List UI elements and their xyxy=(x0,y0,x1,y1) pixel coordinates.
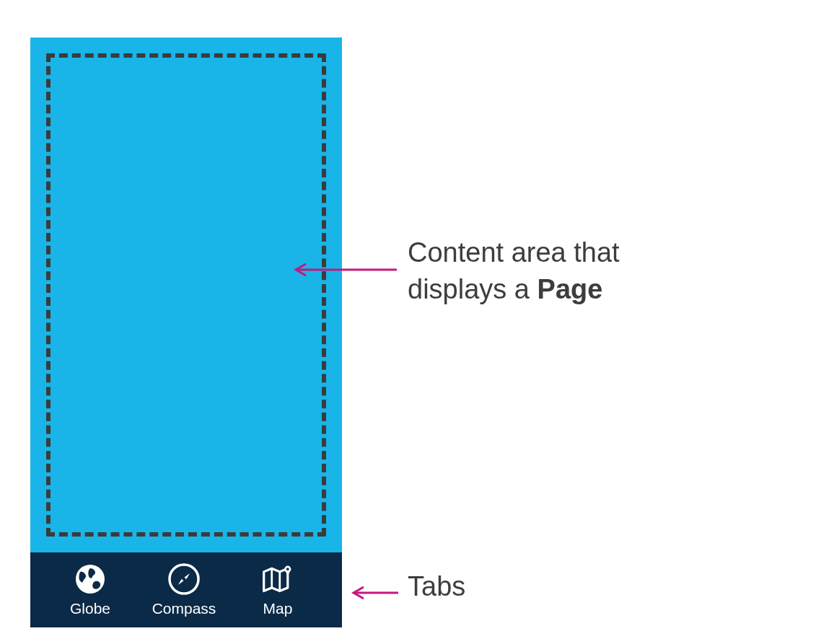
svg-point-6 xyxy=(286,568,289,570)
tab-label-map: Map xyxy=(263,600,293,617)
svg-point-2 xyxy=(183,578,186,581)
map-icon xyxy=(261,563,294,596)
annotation-content-line2a: displays a xyxy=(408,274,537,304)
page-placeholder xyxy=(46,53,326,537)
annotation-content-line2b: Page xyxy=(537,274,603,304)
tab-compass[interactable]: Compass xyxy=(137,563,231,617)
tab-bar: Globe Compass xyxy=(30,552,342,627)
tab-label-compass: Compass xyxy=(152,600,216,617)
annotation-content-area: Content area that displays a Page xyxy=(408,234,754,309)
tab-globe[interactable]: Globe xyxy=(43,563,137,617)
annotation-tabs-text: Tabs xyxy=(408,571,465,601)
annotation-tabs: Tabs xyxy=(408,568,465,605)
arrow-content xyxy=(289,263,397,277)
phone-frame: Globe Compass xyxy=(30,38,342,627)
tab-label-globe: Globe xyxy=(70,600,110,617)
content-area xyxy=(30,38,342,552)
compass-icon xyxy=(167,563,201,596)
arrow-tabs xyxy=(346,586,398,600)
annotation-content-line1: Content area that xyxy=(408,237,620,268)
tab-map[interactable]: Map xyxy=(231,563,325,617)
globe-icon xyxy=(74,563,107,596)
